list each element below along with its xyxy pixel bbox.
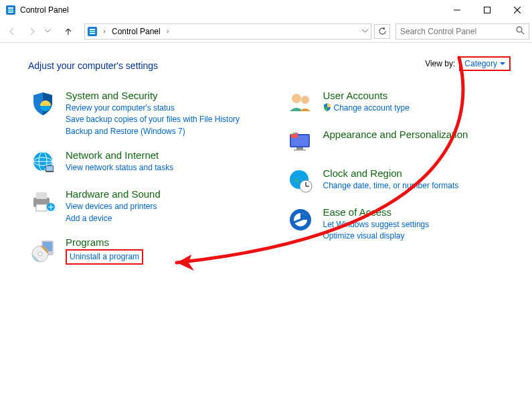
svg-rect-10 [90, 31, 95, 32]
svg-rect-22 [36, 192, 47, 199]
svg-rect-5 [484, 7, 490, 13]
svg-rect-2 [8, 9, 13, 11]
recent-locations-dropdown[interactable] [43, 29, 52, 33]
svg-rect-39 [295, 133, 296, 134]
globe-icon [28, 149, 58, 176]
svg-point-28 [38, 252, 42, 256]
category-user-accounts: User Accounts Change account type [286, 90, 511, 117]
svg-rect-20 [46, 166, 53, 171]
category-link[interactable]: Ease of Access [323, 206, 430, 218]
people-icon [286, 90, 315, 117]
printer-icon [28, 188, 58, 215]
svg-rect-38 [294, 133, 295, 134]
viewby-label: View by: [425, 59, 455, 68]
app-icon [5, 5, 16, 15]
viewby-value-text: Category [464, 59, 497, 68]
page-title: Adjust your computer's settings [28, 60, 158, 71]
back-button[interactable] [3, 22, 21, 41]
task-link[interactable]: Let Windows suggest settings [323, 219, 430, 230]
category-link[interactable]: System and Security [66, 90, 240, 101]
highlighted-link: Uninstall a program [66, 249, 143, 265]
navigation-bar: › Control Panel › [0, 20, 532, 43]
task-link[interactable]: Optimize visual display [323, 230, 430, 242]
svg-rect-9 [90, 29, 95, 30]
monitor-icon [286, 129, 315, 155]
svg-rect-36 [291, 133, 292, 134]
viewby-dropdown[interactable]: Category [459, 56, 511, 71]
titlebar: Control Panel [0, 0, 532, 20]
svg-rect-37 [292, 133, 294, 134]
shield-icon [28, 90, 58, 117]
category-clock-region: Clock and Region Change date, time, or n… [286, 168, 511, 194]
chevron-right-icon[interactable]: › [163, 27, 173, 35]
window-title: Control Panel [20, 5, 69, 15]
task-link-label: Change account type [334, 103, 410, 113]
task-link[interactable]: Review your computer's status [66, 103, 240, 114]
svg-rect-3 [8, 11, 13, 13]
category-link[interactable]: Appearance and Personalization [323, 129, 468, 140]
task-link[interactable]: Change account type [323, 103, 410, 114]
category-appearance-personalization: Appearance and Personalization [286, 129, 511, 155]
svg-rect-1 [8, 7, 13, 9]
svg-rect-11 [90, 33, 95, 34]
chevron-right-icon[interactable]: › [100, 27, 109, 35]
category-link[interactable]: Programs [66, 237, 143, 248]
refresh-button[interactable] [374, 24, 390, 39]
breadcrumb-item[interactable]: Control Panel [109, 27, 163, 36]
up-button[interactable] [59, 22, 78, 41]
search-box[interactable] [395, 23, 529, 40]
category-link[interactable]: Clock and Region [323, 168, 459, 179]
uac-shield-icon [323, 103, 331, 111]
close-button[interactable] [502, 0, 532, 20]
svg-line-13 [521, 31, 524, 34]
task-link[interactable]: View network status and tasks [66, 162, 173, 174]
task-link[interactable]: View devices and printers [66, 201, 161, 212]
category-link[interactable]: Network and Internet [66, 149, 173, 161]
svg-point-30 [301, 96, 309, 104]
search-icon [516, 25, 525, 38]
minimize-button[interactable] [442, 0, 472, 20]
svg-point-29 [292, 94, 301, 103]
task-link[interactable]: Save backup copies of your files with Fi… [66, 114, 240, 125]
disc-icon [28, 237, 58, 263]
svg-rect-33 [296, 147, 303, 149]
svg-rect-23 [36, 204, 47, 211]
svg-point-12 [517, 27, 522, 32]
task-link[interactable]: Backup and Restore (Windows 7) [66, 126, 240, 137]
category-system-security: System and Security Review your computer… [28, 90, 254, 137]
category-link[interactable]: Hardware and Sound [66, 188, 161, 200]
address-dropdown[interactable] [359, 24, 371, 39]
forward-button[interactable] [23, 22, 41, 41]
task-link[interactable]: Add a device [66, 213, 161, 224]
ease-of-access-icon [286, 206, 315, 233]
category-ease-of-access: Ease of Access Let Windows suggest setti… [286, 206, 511, 243]
task-link[interactable]: Change date, time, or number formats [323, 180, 459, 192]
clock-globe-icon [286, 168, 315, 194]
maximize-button[interactable] [472, 0, 502, 20]
task-link-uninstall[interactable]: Uninstall a program [70, 251, 139, 263]
category-network-internet: Network and Internet View network status… [28, 149, 254, 176]
breadcrumb[interactable]: › Control Panel › [84, 23, 371, 40]
chevron-down-icon [500, 62, 505, 66]
search-input[interactable] [400, 27, 516, 36]
category-programs: Programs Uninstall a program [28, 237, 254, 265]
category-hardware-sound: Hardware and Sound View devices and prin… [28, 188, 254, 224]
svg-rect-34 [294, 149, 306, 151]
control-panel-icon [85, 24, 100, 39]
category-link[interactable]: User Accounts [323, 90, 410, 101]
